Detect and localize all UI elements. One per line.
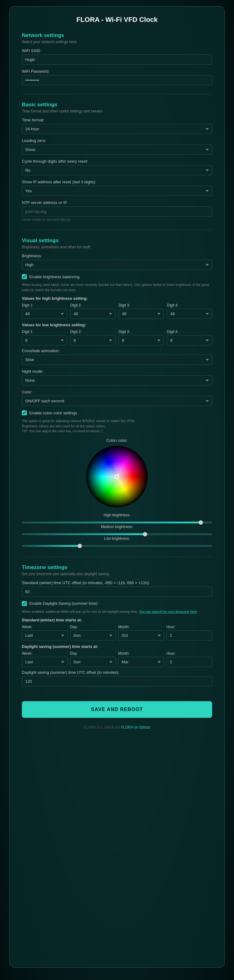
high-digit1-select[interactable]: 48 <box>22 309 67 319</box>
password-input[interactable] <box>22 75 212 85</box>
enable-colon-label[interactable]: Enable colon color settings <box>29 410 77 415</box>
balancing-info: When buying used tubes, some are more se… <box>22 282 212 293</box>
cycle-digits-select[interactable]: No Yes <box>22 165 212 175</box>
low-digit3-select[interactable]: 8 <box>119 335 164 345</box>
leading-zero-select[interactable]: Show Hide <box>22 145 212 155</box>
basic-section-desc: Time format and other useful settings an… <box>22 109 212 113</box>
winter-day-select[interactable]: Sun Mon Tue Wed Thu Fri Sat <box>70 630 116 641</box>
enable-balancing-label[interactable]: Enable brightness balancing <box>29 275 80 279</box>
color-group: Color: ON/OFF each second Always on Alwa… <box>22 390 212 406</box>
timezone-section: Timezone settings Set your timezone and … <box>22 565 212 687</box>
time-format-group: Time format: 24-hour 12-hour <box>22 118 212 134</box>
summer-hour-input[interactable] <box>167 657 212 667</box>
winter-month-select[interactable]: Jan Feb Mar Apr May Jun Jul Aug Sep Oct … <box>118 630 164 641</box>
network-section-desc: Select your network settings here. <box>22 40 212 44</box>
timezone-section-desc: Set your timezone and optionally also da… <box>22 572 212 576</box>
time-format-label: Time format: <box>22 118 212 122</box>
medium-brightness-label: Medium brightness: <box>22 525 212 529</box>
ssid-label: WiFi SSID <box>22 48 212 53</box>
high-brightness-label: High brightness: <box>22 513 212 517</box>
network-section-title: Network settings <box>22 32 212 38</box>
summer-day-select[interactable]: Sun Mon Tue Wed Thu Fri Sat <box>70 657 116 667</box>
divider-2 <box>22 230 212 230</box>
winter-hour-col: Hour: <box>167 625 212 641</box>
footer: FLORA 5.0, check out FLORA on Github <box>22 725 212 730</box>
low-digit4-select[interactable]: 8 <box>167 335 212 345</box>
winter-hour-input[interactable] <box>167 630 212 641</box>
divider-1 <box>22 94 212 94</box>
show-ip-select[interactable]: Yes No <box>22 186 212 196</box>
utc-input[interactable] <box>22 587 212 597</box>
summer-week-select[interactable]: Last First Second Third Fourth <box>22 657 68 667</box>
ntp-input[interactable] <box>22 207 212 216</box>
winter-month-label: Month: <box>118 625 164 629</box>
winter-week-select[interactable]: Last First Second Third Fourth <box>22 630 68 641</box>
winter-week-col: Week: Last First Second Third Fourth <box>22 625 68 641</box>
ssid-input[interactable] <box>22 54 212 65</box>
basic-section-title: Basic settings <box>22 102 212 108</box>
enable-balancing-row: Enable brightness balancing <box>22 274 212 279</box>
crossfade-select[interactable]: Slow Fast None <box>22 355 212 365</box>
night-mode-group: Night mode: None Auto <box>22 369 212 385</box>
leading-zero-label: Leading zero: <box>22 138 212 143</box>
winter-starts-row: Week: Last First Second Third Fourth Day… <box>22 625 212 641</box>
high-digit1-label: Digit 1: <box>22 303 67 307</box>
show-ip-group: Show IP address after reset (last 3 digi… <box>22 180 212 196</box>
ssid-field-group: WiFi SSID <box>22 48 212 65</box>
low-digit1-select[interactable]: 8 <box>22 335 67 345</box>
footer-link[interactable]: FLORA on Github <box>121 725 150 730</box>
cycle-digits-label: Cycle through digits after every reset: <box>22 159 212 164</box>
low-digit1-group: Digit 1: 8 <box>22 329 67 345</box>
color-picker-dot <box>115 475 119 478</box>
summer-week-label: Week: <box>22 651 68 655</box>
high-digit4-select[interactable]: 48 <box>167 309 212 319</box>
save-reboot-button[interactable]: SAVE AND REBOOT <box>22 701 212 718</box>
summer-offset-input[interactable] <box>22 676 212 686</box>
summer-day-label: Day: <box>70 651 116 655</box>
visual-section-desc: Brightness, animations and other fun stu… <box>22 245 212 249</box>
summer-month-label: Month: <box>118 651 164 655</box>
summer-offset-group: Daylight saving (summer) time UTC offset… <box>22 670 212 686</box>
summer-week-col: Week: Last First Second Third Fourth <box>22 651 68 667</box>
low-digit2-group: Digit 2: 8 <box>70 329 115 345</box>
low-digit-row: Digit 1: 8 Digit 2: 8 Digit 3: 8 Digit 4… <box>22 329 212 345</box>
low-digit3-label: Digit 3: <box>119 329 164 334</box>
color-wheel-container[interactable] <box>86 446 148 508</box>
night-mode-label: Night mode: <box>22 369 212 374</box>
low-brightness-slider[interactable] <box>22 545 212 547</box>
winter-month-col: Month: Jan Feb Mar Apr May Jun Jul Aug S… <box>118 625 164 641</box>
high-digit1-group: Digit 1: 48 <box>22 303 67 319</box>
low-digit4-group: Digit 4: 8 <box>167 329 212 345</box>
winter-hour-label: Hour: <box>167 625 212 629</box>
dst-label[interactable]: Enable Daylight Saving (summer time) <box>29 601 98 606</box>
winter-day-col: Day: Sun Mon Tue Wed Thu Fri Sat <box>70 625 116 641</box>
summer-starts-label: Daylight saving (summer) time starts at: <box>22 644 212 649</box>
main-container: FLORA - Wi-Fi VFD Clock Network settings… <box>9 6 225 968</box>
summer-offset-label: Daylight saving (summer) time UTC offset… <box>22 670 212 675</box>
high-digit3-select[interactable]: 48 <box>119 309 164 319</box>
color-select[interactable]: ON/OFF each second Always on Always off <box>22 396 212 406</box>
low-digit2-select[interactable]: 8 <box>70 335 115 345</box>
medium-brightness-slider[interactable] <box>22 533 212 535</box>
timezone-search-link[interactable]: You can search for your timezone here <box>139 610 197 613</box>
high-digit3-label: Digit 3: <box>119 303 164 307</box>
high-digit2-group: Digit 2: 48 <box>70 303 115 319</box>
brightness-select[interactable]: High Medium Low <box>22 260 212 270</box>
timezone-section-title: Timezone settings <box>22 565 212 571</box>
summer-day-col: Day: Sun Mon Tue Wed Thu Fri Sat <box>70 651 116 667</box>
high-brightness-slider[interactable] <box>22 522 212 523</box>
enable-colon-checkbox[interactable] <box>22 410 27 415</box>
winter-week-label: Week: <box>22 625 68 629</box>
dst-checkbox[interactable] <box>22 601 27 606</box>
color-label: Color: <box>22 390 212 395</box>
low-digit3-group: Digit 3: 8 <box>119 329 164 345</box>
night-mode-select[interactable]: None Auto <box>22 375 212 385</box>
low-values-label: Values for low brightness setting: <box>22 323 212 327</box>
summer-month-select[interactable]: Jan Feb Mar Apr May Jun Jul Aug Sep Oct … <box>118 657 164 667</box>
time-format-select[interactable]: 24-hour 12-hour <box>22 124 212 134</box>
high-digit-row: Digit 1: 48 Digit 2: 48 Digit 3: 48 Digi… <box>22 303 212 319</box>
brightness-sliders: High brightness: Medium brightness: Low … <box>22 513 212 548</box>
high-digit2-select[interactable]: 48 <box>70 309 115 319</box>
summer-month-col: Month: Jan Feb Mar Apr May Jun Jul Aug S… <box>118 651 164 667</box>
enable-balancing-checkbox[interactable] <box>22 274 27 279</box>
